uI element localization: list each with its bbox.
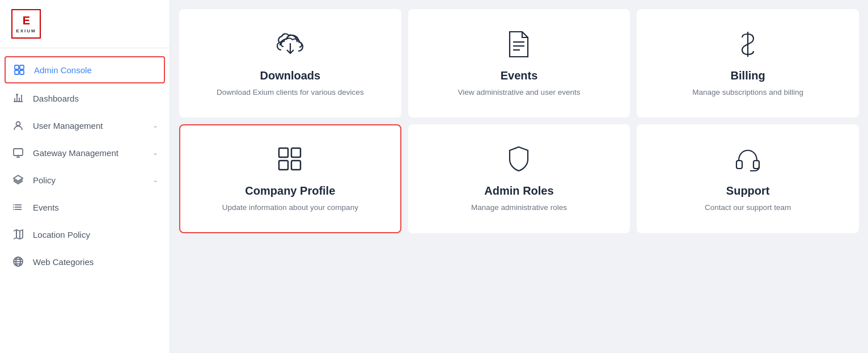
grid-icon [12,63,26,77]
card-company-profile[interactable]: Company Profile Update information about… [179,124,401,233]
dollar-icon [732,28,764,60]
list-icon [11,200,25,214]
svg-rect-37 [736,161,742,169]
sidebar-item-web-categories[interactable]: Web Categories [0,248,170,275]
card-downloads[interactable]: Downloads Download Exium clients for var… [179,9,401,117]
sidebar-item-user-management[interactable]: User Management ⌄ [0,112,170,139]
shield-icon [503,144,535,175]
card-desc: Manage administrative roles [471,202,567,213]
monitor-icon [11,146,25,159]
card-title: Billing [731,69,765,82]
map-icon [11,228,25,241]
chevron-down-icon: ⌄ [153,121,158,129]
card-desc: Download Exium clients for various devic… [217,87,364,98]
svg-rect-35 [279,161,288,170]
card-title: Admin Roles [484,184,553,197]
sidebar-item-label: Admin Console [34,65,157,75]
sidebar: E EXIUM Admin Console [0,0,170,353]
sidebar-item-location-policy[interactable]: Location Policy [0,221,170,248]
svg-point-20 [13,207,14,208]
chevron-down-icon: ⌄ [153,176,158,184]
globe-icon [11,255,25,268]
sidebar-item-label: Web Categories [33,257,158,267]
sidebar-item-label: Gateway Management [33,148,153,158]
layers-icon [11,173,25,187]
card-desc: Contact our support team [705,202,791,213]
card-title: Events [501,69,538,82]
logo: E EXIUM [11,9,41,39]
svg-rect-34 [291,148,300,157]
sidebar-item-label: User Management [33,121,153,131]
card-events[interactable]: Events View administrative and user even… [408,9,630,117]
file-text-icon [503,28,535,60]
svg-rect-33 [279,148,288,157]
sidebar-item-policy[interactable]: Policy ⌄ [0,166,170,194]
card-title: Company Profile [245,184,335,197]
sidebar-item-label: Location Policy [33,230,158,239]
card-support[interactable]: Support Contact our support team [637,124,859,233]
svg-rect-2 [15,70,19,74]
svg-point-21 [13,209,14,210]
sidebar-item-gateway-management[interactable]: Gateway Management ⌄ [0,139,170,166]
svg-rect-3 [20,70,24,74]
svg-rect-0 [15,65,19,69]
user-icon [11,119,25,132]
cloud-download-icon [274,28,306,60]
card-title: Downloads [260,69,320,82]
card-desc: Manage subscriptions and billing [692,87,803,98]
cards-grid: Downloads Download Exium clients for var… [179,9,859,233]
sidebar-item-admin-console[interactable]: Admin Console [5,56,165,83]
logo-area: E EXIUM [0,0,170,48]
headphones-icon [732,144,764,175]
chart-icon [11,91,25,105]
grid-apps-icon [274,144,306,175]
sidebar-item-label: Dashboards [33,94,158,103]
svg-rect-36 [291,161,300,170]
main-content: Downloads Download Exium clients for var… [170,0,868,353]
svg-rect-38 [753,161,759,169]
card-desc: Update information about your company [222,202,358,213]
card-billing[interactable]: Billing Manage subscriptions and billing [637,9,859,117]
sidebar-item-dashboards[interactable]: Dashboards [0,85,170,112]
card-title: Support [726,184,770,197]
card-admin-roles[interactable]: Admin Roles Manage administrative roles [408,124,630,233]
svg-point-11 [16,122,20,126]
sidebar-item-label: Policy [33,175,153,185]
svg-rect-12 [14,149,23,156]
logo-sub: EXIUM [16,28,36,33]
sidebar-item-label: Events [33,203,158,212]
sidebar-nav: Admin Console Dashboards [0,48,170,282]
card-desc: View administrative and user events [458,87,581,98]
sidebar-item-events[interactable]: Events [0,194,170,221]
svg-rect-1 [20,65,24,69]
chevron-down-icon: ⌄ [153,149,158,157]
logo-letter: E [23,14,29,27]
svg-point-19 [13,204,14,205]
